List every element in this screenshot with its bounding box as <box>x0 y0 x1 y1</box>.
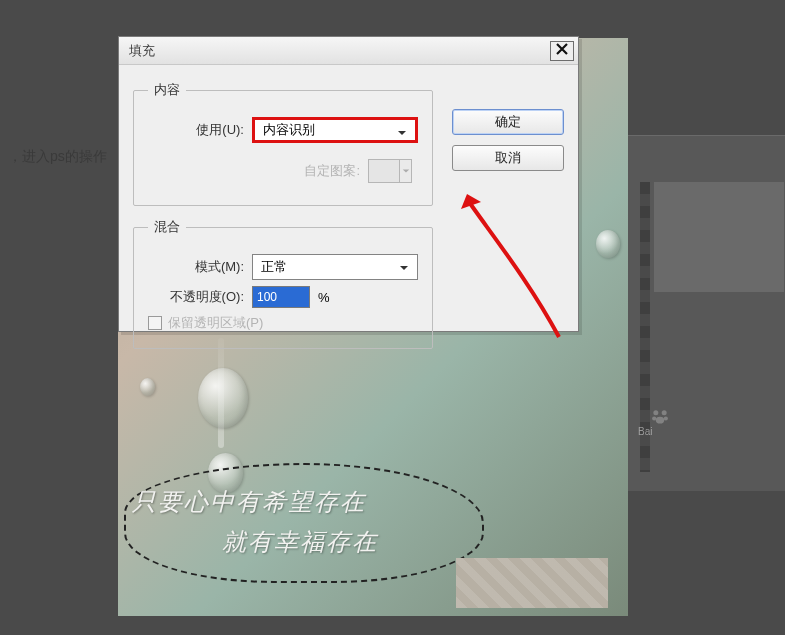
pattern-swatch-arrow <box>400 159 412 183</box>
svg-point-1 <box>662 410 667 415</box>
dialog-titlebar[interactable]: 填充 <box>119 37 578 65</box>
close-button[interactable] <box>550 41 574 61</box>
chevron-down-icon <box>393 124 411 142</box>
annotation-arrow-icon <box>459 191 569 341</box>
svg-point-4 <box>656 417 664 424</box>
fill-dialog: 填充 确定 取消 内容 使用(U): 内容识别 <box>118 36 579 332</box>
water-drop <box>198 368 248 428</box>
blend-legend: 混合 <box>148 218 186 236</box>
opacity-input[interactable] <box>252 286 310 308</box>
preserve-transparency-label: 保留透明区域(P) <box>168 314 263 332</box>
panel-body <box>654 182 784 292</box>
dialog-title: 填充 <box>129 42 155 60</box>
paw-icon <box>650 406 670 426</box>
water-drop <box>596 230 620 258</box>
checkbox-box <box>148 316 162 330</box>
canvas-text-line: 就有幸福存在 <box>222 526 378 558</box>
svg-point-2 <box>652 416 656 420</box>
mode-select[interactable]: 正常 <box>252 254 418 280</box>
svg-point-3 <box>664 416 668 420</box>
ok-button[interactable]: 确定 <box>452 109 564 135</box>
ps-panels-background: Bai <box>628 135 785 491</box>
close-icon <box>556 43 568 58</box>
water-drop <box>140 378 155 396</box>
opacity-label: 不透明度(O): <box>148 288 252 306</box>
pattern-swatch <box>368 159 400 183</box>
watermark-text: Bai <box>638 426 652 437</box>
canvas-text-line: 只要心中有希望存在 <box>132 486 366 518</box>
lasso-selection <box>124 463 484 583</box>
content-group: 内容 使用(U): 内容识别 自定图案: <box>133 81 433 206</box>
chevron-down-icon <box>395 259 413 277</box>
cancel-button-label: 取消 <box>495 149 521 167</box>
blur-overlay <box>456 558 608 608</box>
use-label: 使用(U): <box>148 121 252 139</box>
use-select[interactable]: 内容识别 <box>252 117 418 143</box>
mode-select-value: 正常 <box>261 258 287 276</box>
ok-button-label: 确定 <box>495 113 521 131</box>
cancel-button[interactable]: 取消 <box>452 145 564 171</box>
use-select-value: 内容识别 <box>263 121 315 139</box>
mode-label: 模式(M): <box>148 258 252 276</box>
content-legend: 内容 <box>148 81 186 99</box>
blend-group: 混合 模式(M): 正常 不透明度(O): % 保留透明区域(P) <box>133 218 433 349</box>
preserve-transparency-checkbox: 保留透明区域(P) <box>148 314 418 332</box>
opacity-unit: % <box>318 290 330 305</box>
custom-pattern-swatch <box>368 159 412 183</box>
svg-point-0 <box>653 410 658 415</box>
page-intro-text: ，进入ps的操作 <box>8 148 107 166</box>
custom-pattern-label: 自定图案: <box>304 162 368 180</box>
